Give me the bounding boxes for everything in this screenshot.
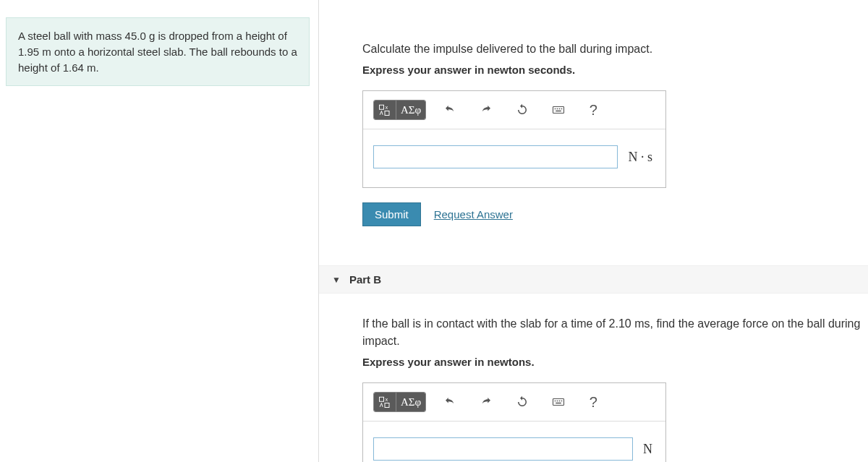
part-b-prompt: If the ball is in contact with the slab … — [362, 315, 868, 350]
svg-rect-13 — [555, 401, 556, 402]
redo-icon — [480, 103, 493, 116]
part-a-unit: N · s — [628, 150, 652, 165]
svg-rect-12 — [553, 399, 564, 406]
redo-icon — [480, 395, 493, 408]
templates-button[interactable]: x — [374, 100, 396, 119]
problem-statement: A steel ball with mass 45.0 g is dropped… — [6, 17, 310, 86]
svg-rect-2 — [385, 111, 389, 116]
tb-template-group: x ΑΣφ — [373, 100, 426, 120]
svg-rect-11 — [385, 403, 389, 408]
part-a-answer-input[interactable] — [373, 145, 618, 168]
undo-icon — [443, 395, 456, 408]
help-button[interactable]: ? — [582, 393, 604, 411]
part-b-section: If the ball is in contact with the slab … — [319, 315, 868, 462]
redo-button[interactable] — [474, 393, 498, 411]
svg-rect-14 — [557, 401, 558, 402]
part-b-header[interactable]: ▼ Part B — [319, 265, 868, 294]
part-a-request-answer-link[interactable]: Request Answer — [434, 208, 513, 221]
caret-down-icon: ▼ — [332, 275, 341, 285]
page: A steel ball with mass 45.0 g is dropped… — [0, 0, 868, 462]
keyboard-icon — [552, 395, 565, 408]
svg-text:x: x — [386, 397, 388, 402]
part-b-title: Part B — [349, 273, 381, 286]
templates-icon: x — [378, 395, 391, 408]
part-b-answer-widget: x ΑΣφ — [362, 382, 666, 462]
undo-button[interactable] — [438, 393, 462, 411]
help-button[interactable]: ? — [582, 100, 604, 119]
left-column: A steel ball with mass 45.0 g is dropped… — [0, 0, 318, 462]
greek-button[interactable]: ΑΣφ — [396, 393, 425, 411]
svg-rect-3 — [553, 107, 564, 114]
templates-button[interactable]: x — [374, 393, 396, 411]
reset-icon — [516, 103, 529, 116]
part-b-answer-input[interactable] — [373, 437, 633, 461]
svg-rect-5 — [557, 108, 558, 110]
keyboard-button[interactable] — [546, 100, 571, 119]
svg-rect-15 — [559, 401, 561, 402]
tb-template-group-b: x ΑΣφ — [373, 392, 426, 412]
svg-text:x: x — [386, 105, 388, 110]
keyboard-icon — [552, 103, 565, 116]
svg-rect-7 — [561, 108, 563, 110]
svg-rect-8 — [556, 111, 561, 112]
greek-button[interactable]: ΑΣφ — [396, 100, 425, 119]
svg-rect-16 — [561, 401, 563, 402]
part-a-section: Calculate the impulse delivered to the b… — [319, 40, 868, 241]
undo-icon — [443, 103, 456, 116]
part-b-hint: Express your answer in newtons. — [362, 356, 868, 368]
part-a-actions: Submit Request Answer — [362, 202, 868, 226]
part-a-answer-row: N · s — [363, 129, 665, 187]
svg-rect-6 — [559, 108, 561, 110]
undo-button[interactable] — [438, 100, 462, 119]
reset-button[interactable] — [510, 393, 535, 411]
part-b-answer-row: N — [363, 422, 665, 462]
reset-icon — [516, 395, 529, 408]
part-a-toolbar: x ΑΣφ — [363, 91, 665, 129]
part-a-hint: Express your answer in newton seconds. — [362, 64, 868, 76]
right-column: Calculate the impulse delivered to the b… — [319, 0, 868, 462]
redo-button[interactable] — [474, 100, 498, 119]
svg-rect-0 — [380, 105, 384, 109]
templates-icon: x — [378, 103, 391, 116]
svg-rect-4 — [555, 108, 556, 110]
svg-rect-17 — [556, 403, 561, 404]
part-a-answer-widget: x ΑΣφ — [362, 90, 666, 188]
part-a-submit-button[interactable]: Submit — [362, 202, 421, 226]
svg-rect-9 — [380, 397, 384, 401]
part-b-toolbar: x ΑΣφ — [363, 383, 665, 422]
keyboard-button[interactable] — [546, 393, 571, 411]
reset-button[interactable] — [510, 100, 535, 119]
part-a-prompt: Calculate the impulse delivered to the b… — [362, 40, 868, 58]
part-b-unit: N — [643, 442, 652, 457]
